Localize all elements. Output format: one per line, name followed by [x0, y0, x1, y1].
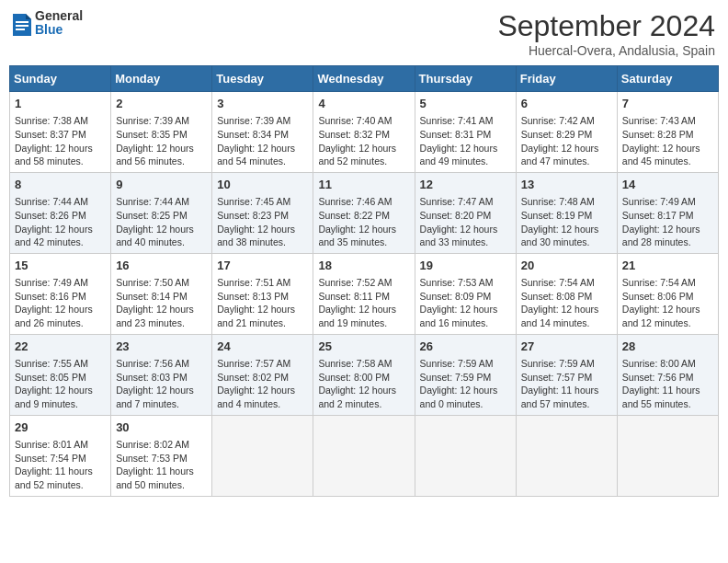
day-info: Daylight: 12 hours	[622, 142, 713, 155]
day-info: Sunset: 8:28 PM	[622, 128, 713, 142]
calendar-cell: 3Sunrise: 7:39 AMSunset: 8:34 PMDaylight…	[212, 92, 313, 173]
day-info: Sunset: 8:16 PM	[15, 290, 106, 304]
day-info: Sunset: 8:19 PM	[521, 209, 612, 223]
day-info: and 45 minutes.	[622, 155, 713, 168]
day-number: 23	[116, 339, 207, 355]
day-info: Sunrise: 7:40 AM	[318, 114, 409, 128]
calendar-cell: 4Sunrise: 7:40 AMSunset: 8:32 PMDaylight…	[313, 92, 415, 173]
day-info: and 54 minutes.	[217, 155, 308, 168]
day-info: Sunset: 8:14 PM	[116, 290, 207, 304]
day-info: and 9 minutes.	[15, 397, 106, 411]
calendar-cell: 22Sunrise: 7:55 AMSunset: 8:05 PMDayligh…	[10, 334, 111, 415]
month-title: September 2024	[497, 9, 715, 43]
day-number: 9	[116, 177, 207, 193]
calendar-cell: 14Sunrise: 7:49 AMSunset: 8:17 PMDayligh…	[617, 172, 718, 253]
logo-general: General	[35, 9, 83, 23]
day-info: and 56 minutes.	[116, 155, 207, 168]
calendar-cell	[617, 415, 718, 496]
day-info: Daylight: 12 hours	[521, 142, 612, 155]
day-info: Sunset: 7:59 PM	[420, 371, 511, 385]
day-number: 10	[217, 177, 308, 193]
day-info: Daylight: 12 hours	[521, 303, 612, 316]
logo: General Blue	[13, 9, 83, 38]
day-info: and 14 minutes.	[521, 316, 612, 330]
calendar-cell: 24Sunrise: 7:57 AMSunset: 8:02 PMDayligh…	[212, 334, 313, 415]
day-info: Sunset: 8:25 PM	[116, 209, 207, 223]
day-info: Sunset: 8:32 PM	[318, 128, 409, 142]
calendar-cell: 12Sunrise: 7:47 AMSunset: 8:20 PMDayligh…	[415, 172, 516, 253]
day-info: Sunrise: 7:44 AM	[116, 195, 207, 209]
day-number: 6	[521, 96, 612, 112]
day-info: Sunrise: 7:41 AM	[420, 114, 511, 128]
day-info: Daylight: 12 hours	[116, 223, 207, 236]
day-info: Sunset: 7:56 PM	[622, 371, 713, 385]
day-info: Sunset: 8:34 PM	[217, 128, 308, 142]
calendar-cell: 29Sunrise: 8:01 AMSunset: 7:54 PMDayligh…	[10, 415, 111, 496]
day-info: and 49 minutes.	[420, 155, 511, 168]
day-number: 16	[116, 258, 207, 274]
day-info: Sunset: 8:03 PM	[116, 371, 207, 385]
calendar-cell: 18Sunrise: 7:52 AMSunset: 8:11 PMDayligh…	[313, 253, 415, 334]
day-info: and 7 minutes.	[116, 397, 207, 411]
day-number: 11	[318, 177, 409, 193]
day-info: Daylight: 11 hours	[15, 465, 106, 478]
calendar-cell: 1Sunrise: 7:38 AMSunset: 8:37 PMDaylight…	[10, 92, 111, 173]
day-info: Sunset: 7:53 PM	[116, 452, 207, 465]
day-number: 1	[15, 96, 106, 112]
calendar-cell	[415, 415, 516, 496]
day-info: Sunset: 8:26 PM	[15, 209, 106, 223]
day-info: Daylight: 11 hours	[622, 384, 713, 397]
calendar-cell: 13Sunrise: 7:48 AMSunset: 8:19 PMDayligh…	[516, 172, 617, 253]
day-info: Sunrise: 8:02 AM	[116, 438, 207, 452]
header-wednesday: Wednesday	[313, 66, 415, 92]
day-info: Sunrise: 7:56 AM	[116, 357, 207, 371]
day-info: Sunrise: 7:46 AM	[318, 195, 409, 209]
header-monday: Monday	[111, 66, 212, 92]
logo-text: General Blue	[35, 9, 83, 38]
day-info: Sunset: 8:09 PM	[420, 290, 511, 304]
day-info: and 40 minutes.	[116, 236, 207, 249]
day-info: Sunset: 8:11 PM	[318, 290, 409, 304]
day-info: Daylight: 12 hours	[217, 384, 308, 397]
calendar-cell: 11Sunrise: 7:46 AMSunset: 8:22 PMDayligh…	[313, 172, 415, 253]
day-info: and 58 minutes.	[15, 155, 106, 168]
calendar-cell: 25Sunrise: 7:58 AMSunset: 8:00 PMDayligh…	[313, 334, 415, 415]
day-info: Sunset: 8:23 PM	[217, 209, 308, 223]
day-info: and 0 minutes.	[420, 397, 511, 411]
week-row-1: 1Sunrise: 7:38 AMSunset: 8:37 PMDaylight…	[10, 92, 719, 173]
logo-icon	[13, 10, 31, 36]
day-info: Sunset: 8:13 PM	[217, 290, 308, 304]
header-tuesday: Tuesday	[212, 66, 313, 92]
svg-rect-4	[16, 29, 25, 30]
page-header: General Blue September 2024 Huercal-Over…	[9, 9, 719, 58]
day-info: and 52 minutes.	[15, 478, 106, 492]
calendar-cell: 23Sunrise: 7:56 AMSunset: 8:03 PMDayligh…	[111, 334, 212, 415]
day-info: and 19 minutes.	[318, 316, 409, 330]
day-info: Sunrise: 7:59 AM	[521, 357, 612, 371]
header-friday: Friday	[516, 66, 617, 92]
week-row-2: 8Sunrise: 7:44 AMSunset: 8:26 PMDaylight…	[10, 172, 719, 253]
location: Huercal-Overa, Andalusia, Spain	[497, 43, 715, 58]
calendar-cell: 9Sunrise: 7:44 AMSunset: 8:25 PMDaylight…	[111, 172, 212, 253]
calendar-cell: 20Sunrise: 7:54 AMSunset: 8:08 PMDayligh…	[516, 253, 617, 334]
day-number: 26	[420, 339, 511, 355]
day-info: and 30 minutes.	[521, 236, 612, 249]
day-info: Daylight: 12 hours	[15, 142, 106, 155]
day-info: Sunset: 7:54 PM	[15, 452, 106, 465]
day-info: Sunrise: 7:38 AM	[15, 114, 106, 128]
day-info: and 4 minutes.	[217, 397, 308, 411]
calendar-cell: 28Sunrise: 8:00 AMSunset: 7:56 PMDayligh…	[617, 334, 718, 415]
day-info: and 21 minutes.	[217, 316, 308, 330]
week-row-3: 15Sunrise: 7:49 AMSunset: 8:16 PMDayligh…	[10, 253, 719, 334]
day-info: Daylight: 12 hours	[420, 303, 511, 316]
day-info: Daylight: 11 hours	[521, 384, 612, 397]
day-info: Daylight: 12 hours	[15, 223, 106, 236]
day-info: Sunset: 8:35 PM	[116, 128, 207, 142]
day-info: Sunrise: 7:44 AM	[15, 195, 106, 209]
day-info: Sunrise: 7:47 AM	[420, 195, 511, 209]
day-number: 25	[318, 339, 409, 355]
day-number: 24	[217, 339, 308, 355]
day-info: Sunrise: 7:49 AM	[15, 276, 106, 290]
calendar-cell: 2Sunrise: 7:39 AMSunset: 8:35 PMDaylight…	[111, 92, 212, 173]
header-saturday: Saturday	[617, 66, 718, 92]
